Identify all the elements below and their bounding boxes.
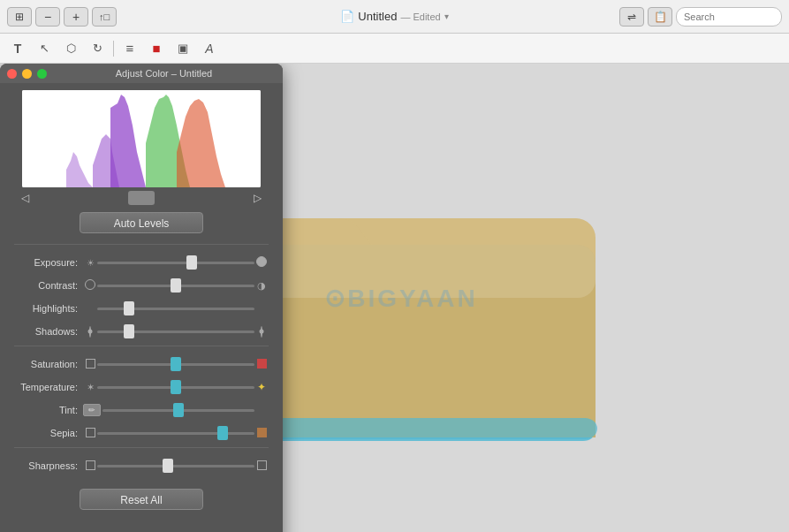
eyedropper-button[interactable]: ✏	[83, 404, 101, 416]
toolbar-stamp-icon[interactable]: ⬡	[60, 38, 81, 59]
histogram-svg	[22, 90, 261, 187]
toolbar-btn-zoom-in[interactable]: +	[64, 7, 88, 27]
exposure-label: Exposure:	[14, 257, 83, 268]
slider-row-exposure: Exposure: ☀	[14, 254, 269, 271]
toolbar-divider-1	[113, 41, 114, 57]
slider-section-sharpness: Sharpness:	[0, 452, 283, 475]
auto-levels-button[interactable]: Auto Levels	[80, 212, 203, 233]
toolbar-btn-grid[interactable]: ⊞	[7, 7, 32, 27]
sharpness-label: Sharpness:	[14, 460, 83, 471]
toolbar-text-icon[interactable]: T	[7, 38, 28, 59]
slider-row-sharpness: Sharpness:	[14, 457, 269, 475]
exposure-right-icon	[254, 256, 269, 269]
panel-minimize-btn[interactable]	[22, 69, 32, 79]
contrast-label: Contrast:	[14, 280, 83, 291]
shadows-left-icon	[83, 327, 97, 337]
slider-row-tint: Tint: ✏	[14, 401, 269, 419]
shadows-label: Shadows:	[14, 326, 83, 337]
adjust-color-panel: Adjust Color – Untitled	[0, 64, 283, 532]
hist-right-arrow[interactable]: ▷	[254, 192, 262, 204]
panel-titlebar: Adjust Color – Untitled	[0, 64, 283, 83]
hist-left-arrow[interactable]: ◁	[21, 192, 29, 204]
sepia-label: Sepia:	[14, 428, 83, 438]
contrast-left-icon	[83, 279, 97, 292]
highlights-track[interactable]	[97, 300, 254, 316]
panel-divider-3	[14, 447, 269, 448]
sepia-track[interactable]	[97, 425, 254, 441]
panel-divider-2	[14, 346, 269, 346]
tint-track[interactable]	[102, 402, 254, 418]
toolbar-frame-icon[interactable]: ▣	[172, 38, 193, 59]
histogram-slider-row: ◁ ▷	[0, 191, 283, 205]
toolbar-rotate-icon[interactable]: ↻	[87, 38, 108, 59]
slider-row-highlights: Highlights:	[14, 300, 269, 317]
toolbar-cursor-icon[interactable]: ↖	[34, 38, 55, 59]
panel-divider-1	[14, 244, 269, 245]
app-title-edited: — Edited	[400, 11, 440, 22]
tint-label: Tint:	[14, 405, 83, 415]
contrast-track[interactable]	[97, 277, 254, 293]
slider-row-temperature: Temperature: ✶ ✦	[14, 378, 269, 396]
panel-close-btn[interactable]	[7, 69, 17, 79]
temperature-right-icon: ✦	[254, 381, 269, 393]
second-toolbar: T ↖ ⬡ ↻ ≡ ■ ▣ A	[0, 34, 789, 64]
titlebar-right-controls: ⇌ 📋	[619, 7, 782, 27]
hist-center-handle[interactable]	[128, 191, 155, 205]
saturation-label: Saturation:	[14, 359, 83, 369]
reset-all-button[interactable]: Reset All	[80, 489, 203, 510]
saturation-left-icon	[83, 359, 97, 370]
sharpness-track[interactable]	[97, 458, 254, 474]
slider-row-shadows: Shadows:	[14, 323, 269, 340]
sharpness-left-icon	[83, 460, 97, 472]
sepia-right-icon	[254, 428, 269, 439]
app-container: ⊞ − + ↑□ 📄 Untitled — Edited ▾ ⇌ 📋 T ↖ ⬡…	[0, 0, 789, 532]
sharpness-right-icon	[254, 460, 269, 472]
slider-row-contrast: Contrast: ◑	[14, 277, 269, 294]
slider-row-saturation: Saturation:	[14, 355, 269, 373]
toolbar-font-icon[interactable]: A	[199, 38, 220, 59]
slider-section-2: Saturation: Temperature:	[0, 350, 283, 442]
search-input[interactable]	[676, 7, 782, 27]
contrast-right-icon: ◑	[254, 280, 269, 292]
slider-section-1: Exposure: ☀ Contrast:	[0, 248, 283, 340]
saturation-right-icon	[254, 359, 269, 370]
panel-title: Adjust Color – Untitled	[52, 68, 276, 79]
highlights-label: Highlights:	[14, 303, 83, 314]
app-title: Untitled	[358, 10, 397, 23]
app-titlebar: ⊞ − + ↑□ 📄 Untitled — Edited ▾ ⇌ 📋	[0, 0, 789, 34]
exposure-track[interactable]	[97, 255, 254, 270]
shadows-right-icon	[254, 327, 269, 337]
titlebar-left-controls: ⊞ − + ↑□	[7, 7, 117, 27]
reset-all-section: Reset All	[0, 482, 283, 517]
temperature-left-icon: ✶	[83, 382, 97, 393]
toolbar-color-red-icon[interactable]: ■	[146, 38, 167, 59]
toolbar-btn-rotate[interactable]: ⇌	[619, 7, 644, 27]
title-dropdown-icon[interactable]: ▾	[444, 11, 449, 21]
panel-maximize-btn[interactable]	[37, 69, 47, 79]
saturation-track[interactable]	[97, 356, 254, 372]
toolbar-btn-share[interactable]: ↑□	[92, 7, 117, 27]
slider-row-sepia: Sepia:	[14, 424, 269, 442]
title-document-icon: 📄	[340, 10, 354, 23]
shadows-track[interactable]	[97, 323, 254, 339]
exposure-left-icon: ☀	[83, 258, 97, 268]
toolbar-align-icon[interactable]: ≡	[119, 38, 140, 59]
temperature-track[interactable]	[97, 379, 254, 395]
histogram-area	[22, 90, 261, 187]
main-content: ot 2020-06-03 at 1.04.2... ot 2020-06-03…	[0, 64, 789, 532]
sepia-left-icon	[83, 428, 97, 439]
app-title-group: 📄 Untitled — Edited ▾	[340, 10, 448, 23]
toolbar-btn-clipboard[interactable]: 📋	[648, 7, 672, 27]
toolbar-btn-zoom-out[interactable]: −	[35, 7, 60, 27]
temperature-label: Temperature:	[14, 382, 83, 392]
